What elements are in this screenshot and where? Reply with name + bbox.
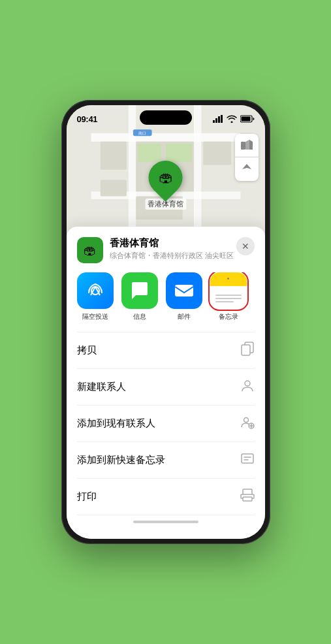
share-row: 隔空投送 信息 <box>77 272 255 321</box>
signal-icon <box>213 115 223 123</box>
svg-marker-22 <box>249 140 253 150</box>
mail-label: 邮件 <box>178 312 191 321</box>
bottom-sheet: 🏟 香港体育馆 综合体育馆・香港特别行政区 油尖旺区 ✕ <box>67 227 265 539</box>
location-pin: 🏟 香港体育馆 <box>145 161 186 210</box>
location-button[interactable] <box>235 157 259 181</box>
svg-rect-13 <box>203 142 231 165</box>
svg-rect-1 <box>215 118 217 123</box>
quick-note-label: 添加到新快速备忘录 <box>77 454 165 466</box>
action-row-print[interactable]: 打印 <box>77 478 255 515</box>
svg-point-27 <box>245 381 250 386</box>
svg-rect-2 <box>218 116 220 123</box>
status-icons <box>213 115 255 123</box>
svg-rect-12 <box>100 142 126 170</box>
venue-name: 香港体育馆 <box>110 237 236 250</box>
svg-rect-17 <box>166 144 192 163</box>
status-time: 09:41 <box>77 114 98 124</box>
svg-rect-15 <box>100 180 126 196</box>
svg-rect-16 <box>138 144 161 163</box>
svg-rect-30 <box>242 454 253 463</box>
svg-point-28 <box>244 418 248 423</box>
messages-icon-box <box>121 272 158 309</box>
wifi-icon <box>227 115 237 123</box>
svg-rect-3 <box>221 115 223 123</box>
venue-header: 🏟 香港体育馆 综合体育馆・香港特别行政区 油尖旺区 ✕ <box>77 237 255 263</box>
action-row-add-contact[interactable]: 添加到现有联系人 <box>77 405 255 442</box>
home-indicator <box>77 515 255 528</box>
svg-rect-31 <box>243 489 252 494</box>
phone-screen: 09:41 <box>67 105 265 539</box>
venue-icon: 🏟 <box>77 237 103 263</box>
share-item-airdrop[interactable]: 隔空投送 <box>77 272 114 321</box>
phone-frame: 09:41 <box>61 100 270 544</box>
action-row-copy[interactable]: 拷贝 <box>77 332 255 368</box>
mail-icon-box <box>166 272 202 309</box>
airdrop-icon-box <box>77 272 114 309</box>
new-contact-label: 新建联系人 <box>77 381 126 393</box>
add-contact-label: 添加到现有联系人 <box>77 417 155 430</box>
airdrop-label: 隔空投送 <box>82 312 108 321</box>
copy-icon <box>240 342 255 359</box>
battery-icon <box>240 115 255 123</box>
map-type-button[interactable] <box>235 134 259 157</box>
svg-rect-32 <box>243 497 252 501</box>
share-item-messages[interactable]: 信息 <box>121 272 158 321</box>
venue-description: 综合体育馆・香港特别行政区 油尖旺区 <box>110 251 236 261</box>
messages-icon <box>129 281 150 300</box>
new-contact-icon <box>240 378 255 396</box>
mail-icon <box>174 283 195 298</box>
svg-rect-5 <box>241 117 250 121</box>
share-item-notes[interactable]: 备忘录 <box>210 272 247 321</box>
svg-rect-7 <box>91 133 240 142</box>
svg-marker-21 <box>245 140 249 150</box>
dynamic-island <box>140 110 192 125</box>
svg-text:南口: 南口 <box>138 131 146 135</box>
notes-label: 备忘录 <box>219 312 238 321</box>
notes-icon-box <box>210 272 247 309</box>
messages-label: 信息 <box>133 312 146 321</box>
airdrop-icon <box>86 281 105 300</box>
svg-rect-0 <box>213 120 215 123</box>
quick-note-icon <box>240 451 255 469</box>
add-contact-icon <box>240 415 255 432</box>
print-label: 打印 <box>77 491 97 503</box>
venue-info: 香港体育馆 综合体育馆・香港特别行政区 油尖旺区 <box>110 237 236 261</box>
action-row-quick-note[interactable]: 添加到新快速备忘录 <box>77 442 255 478</box>
pin-circle: 🏟 <box>142 153 190 202</box>
copy-label: 拷贝 <box>77 344 97 357</box>
action-row-new-contact[interactable]: 新建联系人 <box>77 368 255 405</box>
svg-rect-24 <box>175 285 193 297</box>
share-item-mail[interactable]: 邮件 <box>166 272 202 321</box>
pin-icon: 🏟 <box>159 169 173 186</box>
close-button[interactable]: ✕ <box>236 237 255 255</box>
map-controls <box>235 134 259 181</box>
print-icon <box>240 488 255 506</box>
svg-rect-20 <box>241 142 245 150</box>
svg-rect-26 <box>242 345 250 355</box>
home-bar <box>133 521 198 523</box>
close-icon: ✕ <box>242 241 249 251</box>
